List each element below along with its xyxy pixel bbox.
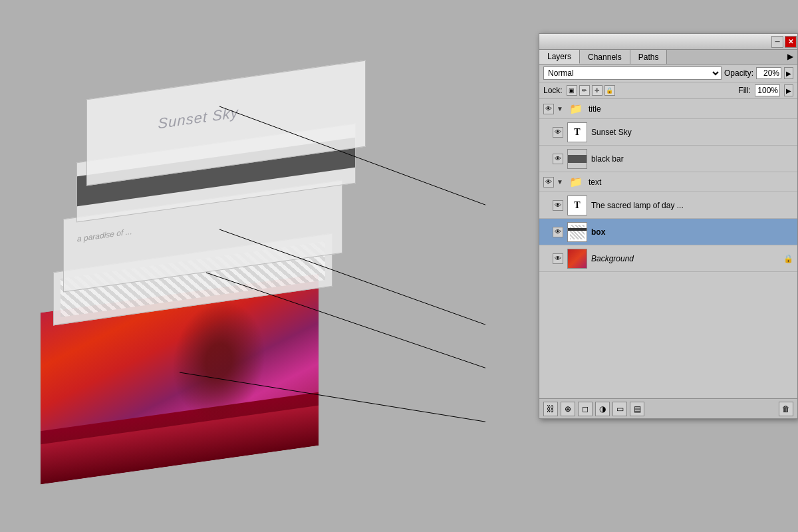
group-title-label: title bbox=[589, 104, 793, 114]
eye-black-bar[interactable]: 👁 bbox=[553, 154, 563, 164]
thumb-sunset-sky: T bbox=[567, 122, 587, 142]
blend-mode-select[interactable]: Normal bbox=[543, 66, 722, 80]
group-title-header[interactable]: 👁 ▼ 📁 title bbox=[539, 99, 797, 119]
opacity-label: Opacity: bbox=[724, 68, 753, 78]
eye-group-title[interactable]: 👁 bbox=[543, 104, 554, 114]
minimize-button[interactable]: ─ bbox=[771, 36, 783, 48]
expand-text-icon[interactable]: ▼ bbox=[557, 178, 563, 186]
new-layer-button[interactable]: ▤ bbox=[630, 402, 644, 416]
lock-paint-button[interactable]: ✏ bbox=[579, 85, 590, 96]
link-layers-button[interactable]: ⛓ bbox=[543, 402, 558, 416]
folder-title-icon: 📁 bbox=[566, 99, 586, 119]
panel-toolbar: ⛓ ⊕ ◻ ◑ ▭ ▤ 🗑 bbox=[539, 398, 797, 418]
group-button[interactable]: ▭ bbox=[612, 402, 627, 416]
mask-button[interactable]: ◻ bbox=[578, 402, 593, 416]
thumb-sacred-lamp: T bbox=[567, 196, 587, 215]
canvas-area: a paradise of ... Sunset Sky bbox=[0, 0, 485, 532]
lock-icons: ▣ ✏ ✛ 🔒 bbox=[567, 85, 615, 96]
opacity-input[interactable] bbox=[756, 67, 781, 79]
layer-box[interactable]: 👁 box bbox=[539, 219, 797, 245]
fill-arrow-button[interactable]: ▶ bbox=[784, 84, 793, 96]
layer-sacred-lamp[interactable]: 👁 T The sacred lamp of day ... bbox=[539, 192, 797, 219]
panel-tabs: Layers Channels Paths ▶ bbox=[539, 50, 797, 65]
layer-black-bar-label: black bar bbox=[591, 154, 793, 164]
layer-black-bar[interactable]: 👁 black bar bbox=[539, 146, 797, 172]
layer-sunset-sky-label: Sunset Sky bbox=[591, 128, 793, 137]
delete-button[interactable]: 🗑 bbox=[779, 402, 793, 416]
lock-move-button[interactable]: ✛ bbox=[592, 85, 602, 96]
tab-paths[interactable]: Paths bbox=[630, 50, 668, 64]
lock-label: Lock: bbox=[543, 86, 563, 95]
thumb-black-bar bbox=[567, 149, 587, 169]
layer-style-button[interactable]: ⊕ bbox=[561, 402, 575, 416]
fill-input[interactable] bbox=[755, 84, 780, 96]
eye-box[interactable]: 👁 bbox=[553, 227, 563, 237]
eye-background[interactable]: 👁 bbox=[553, 253, 563, 264]
lock-transparency-button[interactable]: ▣ bbox=[567, 85, 577, 96]
group-text-label: text bbox=[589, 178, 793, 187]
group-text-header[interactable]: 👁 ▼ 📁 text bbox=[539, 172, 797, 192]
panel-menu-arrow[interactable]: ▶ bbox=[783, 50, 797, 64]
panel-titlebar: ─ ✕ bbox=[539, 34, 797, 50]
fill-label: Fill: bbox=[738, 86, 751, 95]
eye-sacred-lamp[interactable]: 👁 bbox=[553, 200, 563, 211]
layer-sunset-sky[interactable]: 👁 T Sunset Sky bbox=[539, 119, 797, 146]
thumb-box bbox=[567, 222, 587, 242]
eye-sunset-sky[interactable]: 👁 bbox=[553, 127, 563, 138]
tab-channels[interactable]: Channels bbox=[580, 50, 630, 64]
layer-sacred-lamp-label: The sacred lamp of day ... bbox=[591, 201, 793, 210]
close-button[interactable]: ✕ bbox=[785, 36, 797, 48]
layer-background[interactable]: 👁 Background 🔒 bbox=[539, 245, 797, 272]
layer-box-label: box bbox=[591, 227, 793, 237]
eye-group-text[interactable]: 👁 bbox=[543, 177, 554, 188]
adjustment-button[interactable]: ◑ bbox=[595, 402, 610, 416]
window-controls: ─ ✕ bbox=[771, 34, 797, 49]
expand-title-icon[interactable]: ▼ bbox=[557, 105, 563, 112]
layers-list[interactable]: 👁 ▼ 📁 title 👁 T Sunset Sky 👁 black bar 👁… bbox=[539, 99, 797, 398]
layer-text-label: a paradise of ... bbox=[77, 227, 132, 244]
background-lock-icon: 🔒 bbox=[783, 254, 793, 263]
lock-all-button[interactable]: 🔒 bbox=[604, 85, 615, 96]
layers-panel: ─ ✕ Layers Channels Paths ▶ Normal Opaci… bbox=[539, 33, 798, 419]
lock-row: Lock: ▣ ✏ ✛ 🔒 Fill: ▶ bbox=[539, 82, 797, 99]
thumb-background bbox=[567, 249, 587, 269]
layer-title-label: Sunset Sky bbox=[158, 104, 239, 133]
opacity-arrow-button[interactable]: ▶ bbox=[784, 67, 793, 79]
tab-layers[interactable]: Layers bbox=[539, 50, 580, 64]
folder-text-icon: 📁 bbox=[566, 172, 586, 192]
layer-background-label: Background bbox=[591, 254, 779, 263]
blend-opacity-row: Normal Opacity: ▶ bbox=[539, 65, 797, 82]
